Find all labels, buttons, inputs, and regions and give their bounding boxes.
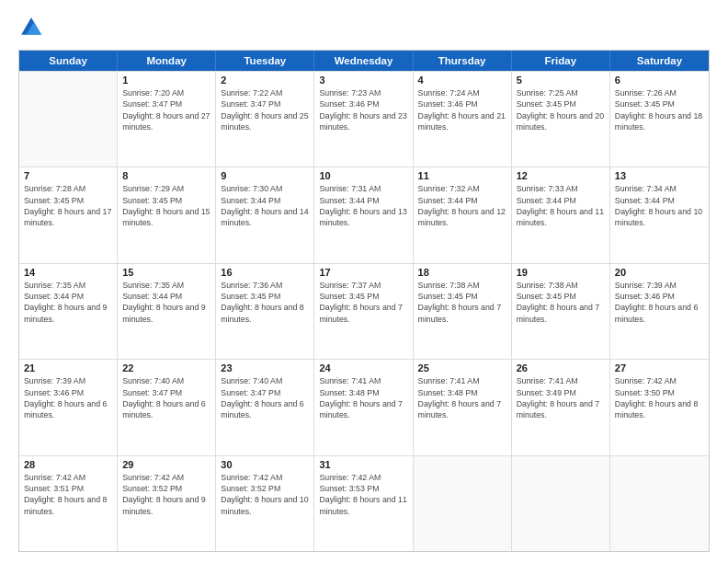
cell-info: Sunrise: 7:42 AM Sunset: 3:51 PM Dayligh… xyxy=(24,472,112,517)
cell-info: Sunrise: 7:33 AM Sunset: 3:44 PM Dayligh… xyxy=(517,183,605,228)
cell-info: Sunrise: 7:31 AM Sunset: 3:44 PM Dayligh… xyxy=(319,183,407,228)
cal-cell: 25Sunrise: 7:41 AM Sunset: 3:48 PM Dayli… xyxy=(414,360,512,454)
day-number: 5 xyxy=(517,75,605,86)
cell-info: Sunrise: 7:42 AM Sunset: 3:53 PM Dayligh… xyxy=(319,472,407,517)
cell-info: Sunrise: 7:41 AM Sunset: 3:48 PM Dayligh… xyxy=(418,375,506,420)
cell-info: Sunrise: 7:29 AM Sunset: 3:45 PM Dayligh… xyxy=(122,183,210,228)
cal-cell: 13Sunrise: 7:34 AM Sunset: 3:44 PM Dayli… xyxy=(610,167,709,262)
day-number: 3 xyxy=(319,75,407,86)
cell-info: Sunrise: 7:39 AM Sunset: 3:46 PM Dayligh… xyxy=(24,375,112,420)
day-number: 21 xyxy=(24,362,112,373)
cell-info: Sunrise: 7:36 AM Sunset: 3:45 PM Dayligh… xyxy=(221,280,309,325)
header xyxy=(18,15,710,40)
header-day-sunday: Sunday xyxy=(19,51,118,71)
cal-cell: 3Sunrise: 7:23 AM Sunset: 3:46 PM Daylig… xyxy=(314,72,413,167)
page: SundayMondayTuesdayWednesdayThursdayFrid… xyxy=(0,0,728,563)
day-number: 28 xyxy=(24,459,112,470)
cal-cell xyxy=(610,456,709,551)
day-number: 2 xyxy=(221,75,309,86)
day-number: 1 xyxy=(122,75,210,86)
week-row-3: 21Sunrise: 7:39 AM Sunset: 3:46 PM Dayli… xyxy=(19,359,709,454)
cell-info: Sunrise: 7:41 AM Sunset: 3:48 PM Dayligh… xyxy=(319,375,407,420)
cell-info: Sunrise: 7:40 AM Sunset: 3:47 PM Dayligh… xyxy=(221,375,309,420)
cal-cell: 28Sunrise: 7:42 AM Sunset: 3:51 PM Dayli… xyxy=(19,456,118,551)
cal-cell: 26Sunrise: 7:41 AM Sunset: 3:49 PM Dayli… xyxy=(512,360,610,454)
cell-info: Sunrise: 7:23 AM Sunset: 3:46 PM Dayligh… xyxy=(319,87,407,132)
day-number: 30 xyxy=(221,459,309,470)
cell-info: Sunrise: 7:22 AM Sunset: 3:47 PM Dayligh… xyxy=(221,87,309,132)
cal-cell: 22Sunrise: 7:40 AM Sunset: 3:47 PM Dayli… xyxy=(118,360,216,454)
cal-cell: 6Sunrise: 7:26 AM Sunset: 3:45 PM Daylig… xyxy=(610,72,709,167)
day-number: 15 xyxy=(122,267,210,278)
cal-cell: 16Sunrise: 7:36 AM Sunset: 3:45 PM Dayli… xyxy=(216,264,314,359)
cal-cell: 8Sunrise: 7:29 AM Sunset: 3:45 PM Daylig… xyxy=(118,167,216,262)
cell-info: Sunrise: 7:35 AM Sunset: 3:44 PM Dayligh… xyxy=(24,280,112,325)
header-day-wednesday: Wednesday xyxy=(314,51,413,71)
day-number: 19 xyxy=(517,267,605,278)
cell-info: Sunrise: 7:41 AM Sunset: 3:49 PM Dayligh… xyxy=(517,375,605,420)
cell-info: Sunrise: 7:38 AM Sunset: 3:45 PM Dayligh… xyxy=(418,280,506,325)
day-number: 14 xyxy=(24,267,112,278)
day-number: 6 xyxy=(615,75,704,86)
cal-cell: 14Sunrise: 7:35 AM Sunset: 3:44 PM Dayli… xyxy=(19,264,118,359)
cal-cell: 5Sunrise: 7:25 AM Sunset: 3:45 PM Daylig… xyxy=(512,72,610,167)
day-number: 8 xyxy=(122,170,210,181)
day-number: 12 xyxy=(517,170,605,181)
cell-info: Sunrise: 7:39 AM Sunset: 3:46 PM Dayligh… xyxy=(615,280,704,325)
cal-cell xyxy=(19,72,118,167)
cal-cell: 27Sunrise: 7:42 AM Sunset: 3:50 PM Dayli… xyxy=(610,360,709,454)
day-number: 25 xyxy=(418,362,506,373)
day-number: 23 xyxy=(221,362,309,373)
cell-info: Sunrise: 7:42 AM Sunset: 3:52 PM Dayligh… xyxy=(122,472,210,517)
cal-cell: 11Sunrise: 7:32 AM Sunset: 3:44 PM Dayli… xyxy=(414,167,512,262)
cell-info: Sunrise: 7:42 AM Sunset: 3:50 PM Dayligh… xyxy=(615,375,704,420)
cal-cell: 31Sunrise: 7:42 AM Sunset: 3:53 PM Dayli… xyxy=(314,456,413,551)
cal-cell: 10Sunrise: 7:31 AM Sunset: 3:44 PM Dayli… xyxy=(314,167,413,262)
cal-cell: 23Sunrise: 7:40 AM Sunset: 3:47 PM Dayli… xyxy=(216,360,314,454)
cell-info: Sunrise: 7:30 AM Sunset: 3:44 PM Dayligh… xyxy=(221,183,309,228)
week-row-1: 7Sunrise: 7:28 AM Sunset: 3:45 PM Daylig… xyxy=(19,167,709,262)
cell-info: Sunrise: 7:26 AM Sunset: 3:45 PM Dayligh… xyxy=(615,87,704,132)
cell-info: Sunrise: 7:32 AM Sunset: 3:44 PM Dayligh… xyxy=(418,183,506,228)
header-day-friday: Friday xyxy=(512,51,610,71)
logo xyxy=(18,15,48,40)
day-number: 16 xyxy=(221,267,309,278)
day-number: 22 xyxy=(122,362,210,373)
header-day-thursday: Thursday xyxy=(414,51,512,71)
cell-info: Sunrise: 7:37 AM Sunset: 3:45 PM Dayligh… xyxy=(319,280,407,325)
cal-cell: 29Sunrise: 7:42 AM Sunset: 3:52 PM Dayli… xyxy=(118,456,216,551)
calendar-header: SundayMondayTuesdayWednesdayThursdayFrid… xyxy=(19,51,709,71)
day-number: 18 xyxy=(418,267,506,278)
day-number: 31 xyxy=(319,459,407,470)
day-number: 26 xyxy=(517,362,605,373)
week-row-0: 1Sunrise: 7:20 AM Sunset: 3:47 PM Daylig… xyxy=(19,71,709,167)
cell-info: Sunrise: 7:38 AM Sunset: 3:45 PM Dayligh… xyxy=(517,280,605,325)
cell-info: Sunrise: 7:28 AM Sunset: 3:45 PM Dayligh… xyxy=(24,183,112,228)
cell-info: Sunrise: 7:34 AM Sunset: 3:44 PM Dayligh… xyxy=(615,183,704,228)
day-number: 27 xyxy=(615,362,704,373)
cal-cell: 21Sunrise: 7:39 AM Sunset: 3:46 PM Dayli… xyxy=(19,360,118,454)
cell-info: Sunrise: 7:40 AM Sunset: 3:47 PM Dayligh… xyxy=(122,375,210,420)
day-number: 7 xyxy=(24,170,112,181)
cell-info: Sunrise: 7:35 AM Sunset: 3:44 PM Dayligh… xyxy=(122,280,210,325)
header-day-saturday: Saturday xyxy=(610,51,709,71)
cell-info: Sunrise: 7:24 AM Sunset: 3:46 PM Dayligh… xyxy=(418,87,506,132)
day-number: 10 xyxy=(319,170,407,181)
day-number: 17 xyxy=(319,267,407,278)
calendar: SundayMondayTuesdayWednesdayThursdayFrid… xyxy=(18,50,710,552)
day-number: 9 xyxy=(221,170,309,181)
cal-cell: 15Sunrise: 7:35 AM Sunset: 3:44 PM Dayli… xyxy=(118,264,216,359)
cell-info: Sunrise: 7:25 AM Sunset: 3:45 PM Dayligh… xyxy=(517,87,605,132)
header-day-tuesday: Tuesday xyxy=(216,51,314,71)
day-number: 24 xyxy=(319,362,407,373)
day-number: 13 xyxy=(615,170,704,181)
day-number: 29 xyxy=(122,459,210,470)
cal-cell: 19Sunrise: 7:38 AM Sunset: 3:45 PM Dayli… xyxy=(512,264,610,359)
day-number: 4 xyxy=(418,75,506,86)
cal-cell: 1Sunrise: 7:20 AM Sunset: 3:47 PM Daylig… xyxy=(118,72,216,167)
cal-cell: 12Sunrise: 7:33 AM Sunset: 3:44 PM Dayli… xyxy=(512,167,610,262)
cal-cell: 4Sunrise: 7:24 AM Sunset: 3:46 PM Daylig… xyxy=(414,72,512,167)
cell-info: Sunrise: 7:20 AM Sunset: 3:47 PM Dayligh… xyxy=(122,87,210,132)
cal-cell xyxy=(414,456,512,551)
logo-icon xyxy=(18,15,44,40)
